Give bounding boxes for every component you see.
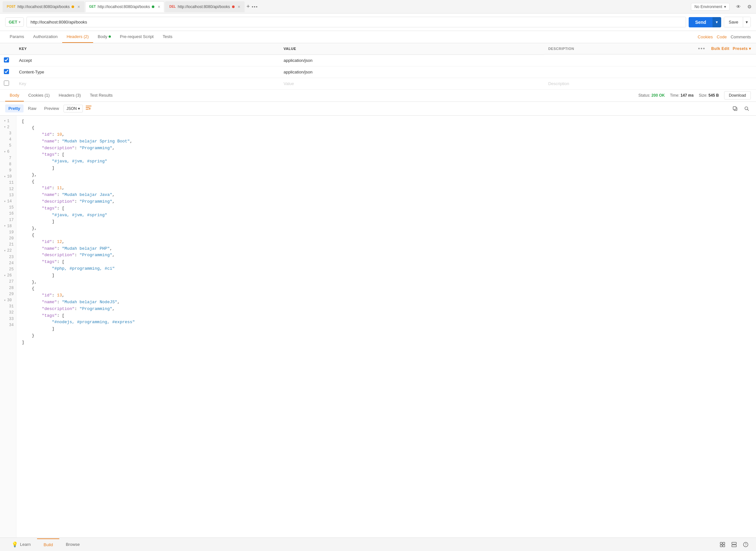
header-content-type-desc[interactable] (544, 66, 756, 78)
svg-rect-4 (720, 542, 722, 544)
code-line-14: "tags": [ (22, 205, 751, 212)
fold-arrow-30[interactable]: ▾ (4, 298, 6, 303)
value-col-header: VALUE (280, 43, 544, 54)
json-selector[interactable]: JSON ▾ (63, 105, 83, 112)
json-label: JSON (66, 106, 77, 111)
code-link[interactable]: Code (717, 34, 727, 39)
format-pretty[interactable]: Pretty (5, 104, 24, 112)
url-input[interactable] (26, 17, 686, 27)
code-line-2: { (22, 125, 751, 131)
fold-arrow-14[interactable]: ▾ (4, 199, 6, 204)
search-icon[interactable] (742, 104, 751, 113)
line-number-10: ▾10 (4, 174, 14, 180)
eye-icon[interactable]: 👁 (734, 3, 742, 11)
code-line-5: "description": "Programming", (22, 145, 751, 152)
save-dropdown-button[interactable]: ▾ (743, 17, 751, 27)
tab-post[interactable]: POST http://localhost:8080/api/books × (3, 1, 84, 12)
code-line-11: "id": 11, (22, 185, 751, 192)
code-line-3: "id": 10, (22, 131, 751, 138)
send-button[interactable]: Send (689, 17, 713, 27)
tab-del[interactable]: DEL http://localhost:8080/api/books × (165, 1, 244, 12)
fold-arrow-26[interactable]: ▾ (4, 273, 6, 279)
comments-link[interactable]: Comments (731, 34, 751, 39)
bottom-bar: 💡 Learn Build Browse ? (0, 537, 756, 551)
tab-post-close[interactable]: × (77, 4, 80, 9)
fold-arrow-1[interactable]: ▾ (4, 119, 6, 124)
svg-rect-9 (732, 545, 736, 547)
line-number-12: 12 (4, 186, 14, 192)
new-tab-button[interactable]: + (245, 2, 251, 11)
line-number-6: ▾6 (4, 149, 14, 155)
code-line-10: { (22, 178, 751, 185)
presets-button[interactable]: Presets ▾ (733, 46, 751, 51)
line-number-18: ▾18 (4, 223, 14, 229)
bottom-tab-learn[interactable]: 💡 Learn (5, 538, 37, 551)
send-dropdown-button[interactable]: ▾ (713, 17, 721, 27)
request-tab-actions: Cookies Code Comments (698, 34, 751, 39)
line-number-4: 4 (4, 137, 14, 143)
body-dot (109, 35, 111, 38)
help-icon[interactable]: ? (741, 539, 751, 550)
time-label: Time: 147 ms (670, 93, 694, 98)
download-button[interactable]: Download (724, 91, 751, 100)
bottom-tab-build[interactable]: Build (37, 538, 59, 550)
resp-tab-cookies[interactable]: Cookies (1) (24, 90, 54, 101)
resp-tab-headers[interactable]: Headers (3) (54, 90, 85, 101)
time-value: 147 ms (681, 93, 694, 98)
bulk-edit-button[interactable]: Bulk Edit (711, 46, 730, 51)
fold-arrow-18[interactable]: ▾ (4, 223, 6, 229)
header-placeholder-value[interactable]: Value (280, 78, 544, 89)
copy-icon[interactable] (731, 104, 739, 113)
method-value: GET (9, 20, 17, 24)
header-content-type-value[interactable]: application/json (280, 66, 544, 78)
resp-tab-test-results[interactable]: Test Results (85, 90, 117, 101)
header-placeholder-checkbox[interactable] (4, 81, 9, 86)
grid-icon[interactable] (717, 539, 728, 550)
header-row-content-type: Content-Type application/json (0, 66, 756, 78)
format-preview[interactable]: Preview (41, 104, 62, 112)
tab-pre-request[interactable]: Pre-request Script (115, 31, 158, 43)
fold-arrow-2[interactable]: ▾ (4, 125, 6, 130)
status-value: 200 OK (652, 93, 665, 98)
tab-body[interactable]: Body (93, 31, 115, 43)
tab-del-close[interactable]: × (238, 4, 240, 9)
more-options-icon[interactable]: ••• (698, 46, 705, 52)
env-chevron-icon: ▾ (724, 5, 726, 9)
layout-icon[interactable] (729, 539, 739, 550)
header-placeholder-key[interactable]: Key (15, 78, 280, 89)
tab-tests[interactable]: Tests (158, 31, 177, 43)
status-label: Status: 200 OK (638, 93, 665, 98)
header-accept-value[interactable]: application/json (280, 54, 544, 66)
line-numbers: ▾1▾2345▾6789▾10111213▾14151617▾18192021▾… (0, 116, 16, 538)
svg-rect-7 (723, 545, 725, 547)
settings-icon[interactable]: ⚙ (745, 3, 753, 11)
save-button[interactable]: Save (724, 17, 743, 27)
tab-del-url: http://localhost:8080/api/books (177, 5, 230, 9)
resp-tab-body[interactable]: Body (5, 90, 24, 101)
bottom-tab-browse[interactable]: Browse (59, 539, 86, 550)
cookies-link[interactable]: Cookies (698, 34, 713, 39)
format-raw[interactable]: Raw (25, 104, 40, 112)
method-select[interactable]: GET ▾ (5, 17, 24, 27)
header-content-type-checkbox[interactable] (4, 69, 9, 74)
env-dropdown[interactable]: No Environment ▾ (691, 3, 730, 11)
header-accept-desc[interactable] (544, 54, 756, 66)
more-tabs-button[interactable]: ••• (252, 4, 258, 9)
tab-get[interactable]: GET http://localhost:8080/api/books × (85, 1, 165, 12)
header-row-placeholder: Key Value Description (0, 78, 756, 89)
fold-arrow-22[interactable]: ▾ (4, 248, 6, 253)
tab-headers[interactable]: Headers (2) (62, 31, 93, 43)
fold-arrow-10[interactable]: ▾ (4, 174, 6, 179)
header-accept-key[interactable]: Accept (15, 54, 280, 66)
tab-get-close[interactable]: × (158, 4, 160, 9)
wrap-icon[interactable] (85, 104, 92, 112)
fold-arrow-6[interactable]: ▾ (4, 149, 6, 155)
line-number-8: 8 (4, 161, 14, 167)
header-accept-checkbox[interactable] (4, 57, 9, 62)
header-content-type-key[interactable]: Content-Type (15, 66, 280, 78)
svg-rect-6 (720, 545, 722, 547)
tab-authorization[interactable]: Authorization (29, 31, 62, 43)
size-value: 545 B (709, 93, 719, 98)
header-placeholder-desc[interactable]: Description (544, 78, 756, 89)
tab-params[interactable]: Params (5, 31, 29, 43)
